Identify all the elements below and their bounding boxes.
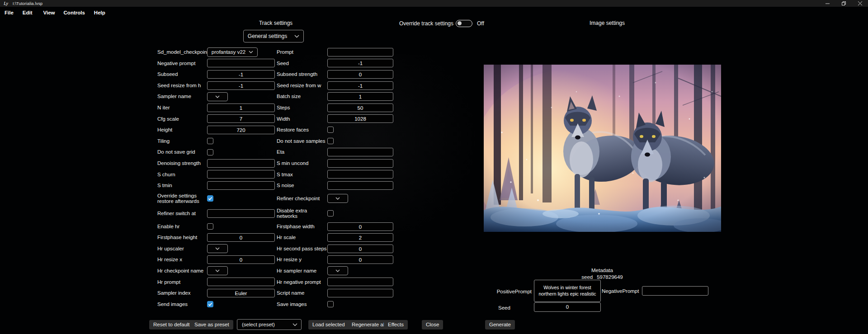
negative-prompt-field[interactable]	[642, 286, 708, 296]
denoising-strength-label: Denoising strength	[157, 160, 207, 166]
eta-label: Eta	[277, 149, 327, 155]
track-settings-title: Track settings	[246, 20, 305, 26]
hr-scale-input[interactable]: 2	[327, 233, 393, 242]
negative-prompt-input[interactable]	[207, 59, 275, 67]
subseed-strength-label: Subseed strength	[277, 71, 327, 77]
prompt-input[interactable]	[327, 48, 393, 56]
title-bar: Ly I:\Tutorialia.lvsp	[0, 0, 868, 7]
load-selected-button[interactable]: Load selected	[308, 320, 349, 329]
hr-resize-y-input[interactable]: 0	[327, 255, 393, 264]
tiling-label: Tiling	[157, 138, 207, 144]
batch-size-input[interactable]: 1	[327, 92, 393, 101]
refiner-checkpoint-dropdown[interactable]	[327, 194, 348, 203]
eta-input[interactable]	[327, 148, 393, 156]
chevron-down-icon	[335, 197, 340, 200]
settings-row: Override settings restore afterwardsRefi…	[157, 191, 397, 206]
cfg-scale-label: Cfg scale	[157, 116, 207, 122]
sampler-index-input[interactable]: Euler	[207, 289, 275, 297]
menu-file[interactable]: File	[5, 10, 14, 15]
seed-resize-from-h-label: Seed resize from h	[157, 83, 207, 89]
s-noise-input[interactable]	[327, 181, 393, 190]
firstphase-height-input[interactable]: 0	[207, 233, 275, 242]
firstphase-width-input[interactable]: 0	[327, 222, 393, 231]
chevron-down-icon	[292, 323, 297, 326]
s-tmin-input[interactable]	[207, 181, 275, 190]
preset-select-dropdown[interactable]: (select preset)	[237, 319, 302, 330]
window-title: I:\Tutorialia.lvsp	[13, 1, 42, 6]
width-input[interactable]: 1028	[327, 114, 393, 123]
steps-input[interactable]: 50	[327, 103, 393, 112]
restore-icon[interactable]	[835, 0, 852, 7]
s-noise-label: S noise	[277, 183, 327, 188]
tiling-checkbox[interactable]	[207, 138, 213, 144]
prompt-label: Prompt	[277, 49, 327, 55]
menu-controls[interactable]: Controls	[64, 10, 85, 15]
close-button[interactable]: Close	[422, 320, 443, 329]
override-settings-restore-afterwards-checkbox[interactable]	[207, 195, 213, 202]
hr-resize-x-input[interactable]: 0	[207, 255, 275, 264]
settings-row: Cfg scale7Width1028	[157, 113, 397, 125]
menu-view[interactable]: View	[43, 10, 55, 15]
check-icon	[208, 196, 212, 201]
hr-negative-prompt-input[interactable]	[327, 278, 393, 286]
settings-row: S churnS tmax	[157, 169, 397, 180]
hr-second-pass-steps-input[interactable]: 0	[327, 245, 393, 253]
seed-resize-from-h-input[interactable]: -1	[207, 81, 275, 90]
menu-help[interactable]: Help	[94, 10, 105, 15]
hr-sampler-name-dropdown[interactable]	[327, 266, 348, 275]
hr-prompt-input[interactable]	[207, 278, 275, 286]
send-images-checkbox[interactable]	[207, 301, 213, 307]
settings-row: Height720Restore faces	[157, 124, 397, 136]
metadata-seed-line: seed 597829649	[557, 274, 647, 280]
restore-faces-checkbox[interactable]	[327, 127, 334, 133]
denoising-strength-input[interactable]	[207, 159, 275, 168]
refiner-checkpoint-label: Refiner checkpoint	[277, 196, 327, 202]
menu-bar: File Edit View Controls Help	[0, 7, 868, 19]
script-name-input[interactable]	[327, 289, 393, 297]
seed-field[interactable]: 0	[534, 302, 601, 312]
settings-row: S tminS noise	[157, 180, 397, 191]
track-preset-dropdown[interactable]: General settings	[243, 30, 304, 42]
close-icon[interactable]	[852, 0, 868, 7]
subseed-strength-input[interactable]: 0	[327, 70, 393, 79]
positive-prompt-field[interactable]: Wolves in winter forest northern lights …	[534, 280, 601, 302]
menu-edit[interactable]: Edit	[23, 10, 33, 15]
toggle-knob	[458, 21, 462, 25]
sd-model-checkpoint-dropdown[interactable]: profantasy v22	[207, 47, 258, 57]
override-track-settings-toggle[interactable]	[456, 20, 472, 27]
settings-row: Send imagesSave images	[157, 299, 397, 310]
hr-checkpoint-name-dropdown[interactable]	[207, 266, 228, 275]
enable-hr-checkbox[interactable]	[207, 223, 213, 230]
n-iter-input[interactable]: 1	[207, 103, 275, 112]
reset-to-default-button[interactable]: Reset to default	[149, 320, 194, 329]
seed-input[interactable]: -1	[327, 59, 393, 67]
sampler-name-dropdown[interactable]	[207, 92, 228, 101]
hr-upscaler-dropdown[interactable]	[207, 244, 228, 253]
do-not-save-grid-checkbox[interactable]	[207, 149, 213, 155]
settings-row: N iter1Steps50	[157, 102, 397, 113]
s-churn-input[interactable]	[207, 170, 275, 179]
save-images-checkbox[interactable]	[327, 301, 334, 307]
settings-row: Firstphase height0Hr scale2	[157, 232, 397, 243]
hr-prompt-label: Hr prompt	[157, 279, 207, 285]
minimize-icon[interactable]	[819, 0, 835, 7]
width-label: Width	[277, 116, 327, 122]
s-min-uncond-input[interactable]	[327, 159, 393, 168]
refiner-switch-at-input[interactable]	[207, 209, 275, 218]
height-label: Height	[157, 127, 207, 133]
generate-button[interactable]: Generate	[485, 320, 515, 329]
regenerate-all-button[interactable]: Regenerate all	[348, 320, 390, 329]
sd-model-checkpoint-label: Sd_model_checkpoint	[157, 49, 207, 55]
save-as-preset-button[interactable]: Save as preset	[190, 320, 233, 329]
do-not-save-samples-checkbox[interactable]	[327, 138, 334, 144]
seed-resize-from-w-input[interactable]: -1	[327, 81, 393, 90]
chevron-down-icon	[215, 269, 220, 272]
cfg-scale-input[interactable]: 7	[207, 114, 275, 123]
disable-extra-networks-checkbox[interactable]	[327, 210, 334, 216]
effects-button[interactable]: Effects	[384, 320, 408, 329]
height-input[interactable]: 720	[207, 126, 275, 134]
subseed-input[interactable]: -1	[207, 70, 275, 79]
s-tmax-input[interactable]	[327, 170, 393, 179]
settings-row: Do not save gridEta	[157, 146, 397, 158]
negative-prompt-label: Negative prompt	[157, 61, 207, 66]
